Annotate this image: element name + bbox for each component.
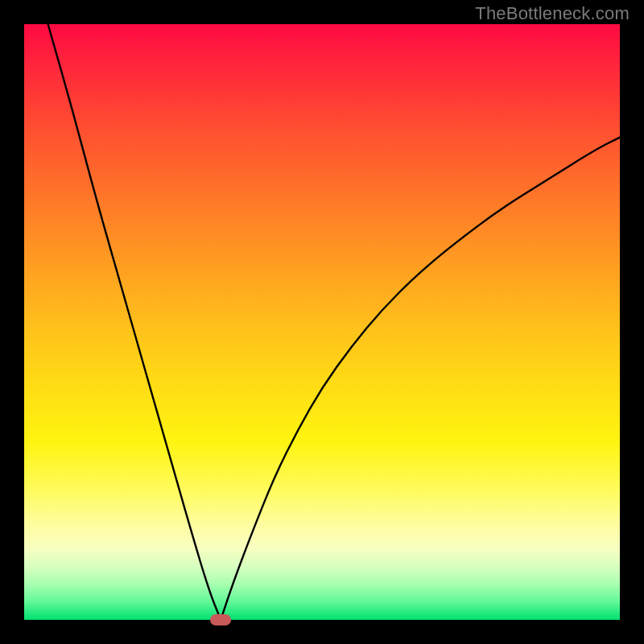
chart-frame: TheBottleneck.com: [0, 0, 644, 644]
plot-area: [24, 24, 620, 620]
curve-left-branch: [48, 24, 221, 620]
bottleneck-curve: [24, 24, 620, 620]
curve-right-branch: [221, 138, 620, 620]
optimal-point-marker: [210, 614, 231, 625]
watermark-text: TheBottleneck.com: [475, 3, 630, 24]
